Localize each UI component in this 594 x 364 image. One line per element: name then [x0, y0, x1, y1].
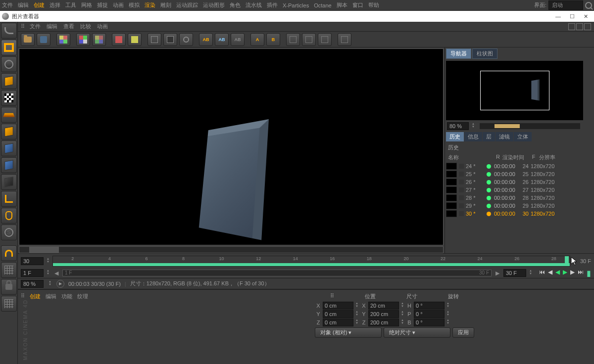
filter-1-button[interactable] — [148, 33, 161, 46]
size-mode-select[interactable]: 绝对尺寸 ▾ — [384, 327, 450, 338]
menu-script[interactable]: 脚本 — [337, 1, 347, 9]
tab-histogram[interactable]: 柱状图 — [472, 48, 497, 59]
menu-mograph[interactable]: 运动图形 — [203, 1, 225, 9]
open-button[interactable] — [21, 33, 35, 46]
next-frame-icon[interactable]: ▶ — [570, 269, 575, 278]
close-icon[interactable]: ✕ — [584, 13, 588, 20]
scrub-right-field[interactable]: 30 F — [503, 269, 526, 277]
tab-stereo[interactable]: 立体 — [514, 132, 532, 141]
size-x-field[interactable] — [368, 302, 399, 310]
pos-y-field[interactable] — [323, 310, 353, 318]
ab-2-button[interactable]: AB — [215, 33, 229, 46]
marker-icon[interactable]: ▮ — [587, 269, 591, 278]
menu-simulate[interactable]: 模拟 — [129, 1, 140, 9]
zoom-stepper[interactable]: ▲▼ — [471, 122, 476, 130]
checker-tool[interactable] — [1, 90, 17, 106]
images-button[interactable] — [1, 40, 17, 55]
menu-sculpt[interactable]: 雕刻 — [160, 1, 171, 9]
menu-edit[interactable]: 编辑 — [18, 1, 29, 9]
a-button[interactable]: A — [250, 33, 264, 46]
menu-animate[interactable]: 动画 — [113, 1, 124, 9]
history-row[interactable]: 29 *00:00:00291280x720 — [445, 202, 584, 210]
misc-1-button[interactable] — [286, 33, 300, 46]
size-z-field[interactable] — [368, 318, 399, 326]
pos-x-field[interactable] — [323, 302, 353, 310]
layout-select[interactable]: 启动 — [548, 0, 583, 10]
layer-a-button[interactable] — [112, 33, 126, 46]
panel-icon-1[interactable] — [568, 23, 575, 30]
menu-pipeline[interactable]: 流水线 — [246, 1, 262, 9]
s-tool[interactable]: S — [1, 225, 17, 240]
menu-plugins[interactable]: 插件 — [267, 1, 278, 9]
size-y-field[interactable] — [368, 310, 399, 318]
timeline-ruler[interactable]: 246810121416182022242628 — [52, 256, 570, 267]
history-row[interactable]: 25 *00:00:00251280x720 — [445, 170, 584, 178]
scrub-bar[interactable]: 1 F 30 F — [62, 270, 492, 276]
pos-z-field[interactable] — [323, 318, 353, 326]
drag-handle-icon[interactable]: ⠿ — [330, 293, 334, 300]
play-back-icon[interactable]: ◀ — [555, 269, 560, 278]
floor-tool[interactable] — [1, 107, 17, 123]
filter-2-button[interactable] — [163, 33, 177, 46]
history-row[interactable]: 26 *00:00:00261280x720 — [445, 178, 584, 186]
ab-3-button[interactable]: AB — [231, 33, 245, 46]
cube5-tool[interactable] — [1, 174, 17, 190]
b-button[interactable]: B — [266, 33, 280, 46]
grid-tool[interactable] — [1, 262, 17, 278]
menu-octane[interactable]: Octane — [314, 2, 331, 8]
filter-3-button[interactable] — [179, 33, 193, 46]
viewer-menu-edit[interactable]: 编辑 — [47, 23, 57, 30]
minimize-icon[interactable]: — — [555, 13, 561, 20]
mouse-tool[interactable] — [1, 208, 17, 224]
menu-file[interactable]: 文件 — [2, 1, 13, 9]
info-zoom-field[interactable]: 80 % — [21, 280, 44, 288]
scrub-right-stepper[interactable]: ▲▼ — [528, 269, 533, 277]
axis-tool[interactable] — [1, 191, 17, 207]
maximize-icon[interactable]: ☐ — [570, 13, 575, 20]
history-row[interactable]: 30 *00:00:00301280x720 — [445, 210, 584, 218]
scrub-next-icon[interactable]: ▶ — [495, 270, 499, 276]
cube4-tool[interactable] — [1, 157, 17, 173]
history-row[interactable]: 28 *00:00:00281280x720 — [445, 194, 584, 202]
menu-tools[interactable]: 工具 — [65, 1, 76, 9]
panel-icon-3[interactable] — [584, 23, 591, 30]
lock-tool[interactable] — [1, 279, 17, 295]
layer-b-button[interactable] — [128, 33, 142, 46]
cube-tool[interactable] — [1, 73, 17, 89]
menu-character[interactable]: 角色 — [230, 1, 241, 9]
undo-button[interactable] — [1, 23, 17, 39]
tl-start-field[interactable]: 30 — [21, 257, 44, 265]
play-icon[interactable]: ▶ — [563, 269, 567, 278]
mat-tab-tex[interactable]: 纹理 — [77, 293, 88, 300]
globe-button[interactable] — [1, 56, 17, 72]
misc-4-button[interactable] — [338, 33, 351, 46]
viewer-menu-compare[interactable]: 比较 — [80, 23, 91, 30]
channel-button[interactable] — [76, 33, 90, 46]
tab-layer[interactable]: 层 — [483, 132, 495, 141]
tiles-button[interactable] — [56, 33, 70, 46]
scrub-prev-icon[interactable]: ◀ — [54, 270, 58, 276]
cube2-tool[interactable] — [1, 124, 17, 139]
goto-end-icon[interactable]: ⏭ — [578, 269, 584, 278]
grid2-tool[interactable] — [1, 296, 17, 312]
zoom-field[interactable]: 80 % — [447, 122, 469, 130]
fullscreen-button[interactable] — [92, 33, 106, 46]
rot-h-field[interactable] — [414, 302, 445, 310]
viewer-menu-view[interactable]: 查看 — [63, 23, 74, 30]
magnet-tool[interactable] — [1, 245, 17, 261]
viewer-menu-anim[interactable]: 动画 — [97, 23, 108, 30]
menu-window[interactable]: 窗口 — [352, 1, 363, 9]
apply-button[interactable]: 应用 — [452, 327, 474, 338]
rot-p-field[interactable] — [414, 310, 445, 318]
menu-tracker[interactable]: 运动跟踪 — [176, 1, 198, 9]
navigator-preview[interactable] — [446, 61, 583, 120]
search-icon[interactable] — [585, 2, 592, 9]
tab-info[interactable]: 信息 — [464, 132, 482, 141]
scrub-left-field[interactable]: 1 F — [21, 269, 44, 277]
menu-help[interactable]: 帮助 — [368, 1, 379, 9]
mat-tab-edit[interactable]: 编辑 — [46, 293, 56, 300]
menu-render[interactable]: 渲染 — [145, 1, 155, 9]
rot-b-field[interactable] — [414, 318, 445, 326]
menu-create[interactable]: 创建 — [34, 1, 45, 9]
menu-xparticles[interactable]: X-Particles — [283, 2, 309, 8]
